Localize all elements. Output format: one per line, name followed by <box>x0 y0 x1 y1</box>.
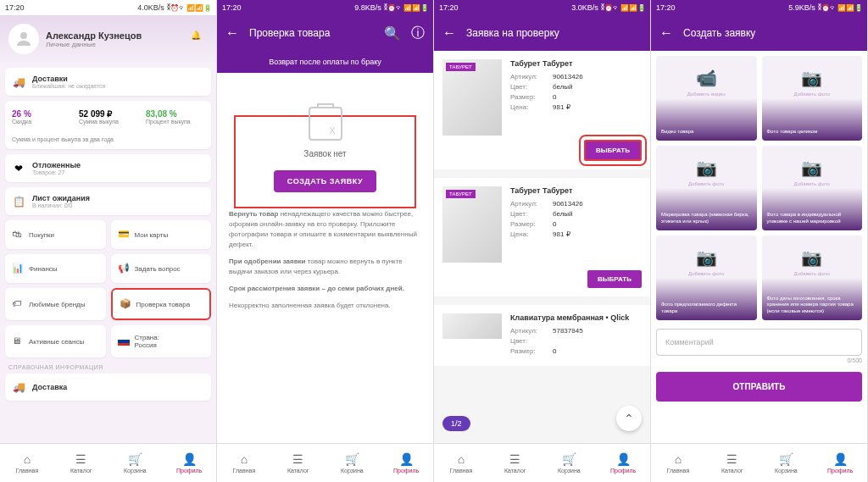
nav-catalog[interactable]: ☰Каталог <box>705 444 760 482</box>
status-time: 17:20 <box>5 3 25 12</box>
catalog-icon: ☰ <box>75 452 86 466</box>
app-bar-title: Заявка на проверку <box>466 27 642 39</box>
camera-icon: 📷 <box>801 68 822 88</box>
nav-catalog[interactable]: ☰Каталог <box>271 444 326 482</box>
back-icon[interactable]: ← <box>659 25 673 41</box>
app-bar: ← Проверка товара 🔍 ⓘ <box>217 15 433 51</box>
waitlist-card[interactable]: 📋Лист ожиданияВ наличии: 0/0 <box>5 187 211 215</box>
nav-home[interactable]: ⌂Главная <box>651 444 705 482</box>
delivery-card[interactable]: 🚚ДоставкиБлижайшая: не ожидается <box>5 68 211 96</box>
back-icon[interactable]: ← <box>225 25 239 41</box>
grid-cards[interactable]: 💳Мои карты <box>111 220 212 249</box>
nav-cart[interactable]: 🛒Корзина <box>326 444 380 482</box>
scroll-up-button[interactable]: ⌃ <box>616 406 642 431</box>
app-bar-title: Проверка товара <box>249 27 374 39</box>
bottom-nav: ⌂Главная ☰Каталог 🛒Корзина 👤Профиль <box>651 443 867 482</box>
truck-icon: 🚚 <box>12 75 25 89</box>
screen-check-product: 17:20 9.8KB/s⁑ ⏰ ᯤ 📶 📶 🔋 ← Проверка това… <box>217 0 434 482</box>
back-icon[interactable]: ← <box>442 25 456 41</box>
nav-profile[interactable]: 👤Профиль <box>162 444 216 482</box>
search-icon[interactable]: 🔍 <box>384 25 401 42</box>
upload-grid: 📹Добавить видеоВидео товара 📷Добавить фо… <box>656 56 862 320</box>
nav-home[interactable]: ⌂Главная <box>434 444 488 482</box>
product-card: ТАБУРЕТ Табурет Табурет Артикул:90613426… <box>434 178 650 296</box>
menu-grid: 🛍Покупки 💳Мои карты 📊Финансы 📢Задать воп… <box>5 220 211 357</box>
nav-cart[interactable]: 🛒Корзина <box>542 444 597 482</box>
app-bar-title: Создать заявку <box>683 27 859 39</box>
status-bar: 17:20 9.8KB/s⁑ ⏰ ᯤ 📶 📶 🔋 <box>217 0 433 15</box>
upload-photo-full[interactable]: 📷Добавить фотоФото товара целиком <box>762 56 863 141</box>
product-list[interactable]: ТАБУРЕТ Табурет Табурет Артикул:90613426… <box>434 51 650 443</box>
char-count: 0/500 <box>656 357 862 363</box>
select-button[interactable]: ВЫБРАТЬ <box>584 140 642 161</box>
product-image: ТАБУРЕТ <box>442 186 502 263</box>
product-image <box>442 313 502 339</box>
bell-icon[interactable]: 🔔 <box>191 30 208 47</box>
empty-box-icon <box>309 107 342 141</box>
product-card: ТАБУРЕТ Табурет Табурет Артикул:90613426… <box>434 51 650 169</box>
screen-create-request: 17:20 5.9KB/s⁑ ⏰ ᯤ 📶 📶 🔋 ← Создать заявк… <box>651 0 868 482</box>
grid-question[interactable]: 📢Задать вопрос <box>111 254 212 283</box>
nav-profile[interactable]: 👤Профиль <box>813 444 867 482</box>
camera-icon: 📷 <box>801 247 822 268</box>
comment-input[interactable]: Комментарий <box>656 329 862 356</box>
app-bar: ← Создать заявку <box>651 15 867 51</box>
camera-icon: 📷 <box>696 247 717 268</box>
bottom-nav: ⌂Главная ☰Каталог 🛒Корзина 👤Профиль <box>0 443 216 482</box>
pager[interactable]: 1/2 <box>442 416 470 431</box>
screen-request: 17:20 3.0KB/s⁑ ⏰ ᯤ 📶 📶 🔋 ← Заявка на про… <box>434 0 651 482</box>
status-bar: 17:20 3.0KB/s⁑ ⏰ ᯤ 📶 📶 🔋 <box>434 0 650 15</box>
nav-profile[interactable]: 👤Профиль <box>596 444 650 482</box>
upload-photo-date[interactable]: 📷Добавить фотоФото даты изготовления, ср… <box>762 235 863 320</box>
status-bar: 17:20 5.9KB/s⁑ ⏰ ᯤ 📶 📶 🔋 <box>651 0 867 15</box>
profile-header: Александр Кузнецов Личные данные 🔔 <box>0 15 216 63</box>
svg-point-0 <box>20 32 27 39</box>
bottom-nav: ⌂Главная ☰Каталог 🛒Корзина 👤Профиль <box>217 443 433 482</box>
info-icon[interactable]: ⓘ <box>411 25 425 42</box>
info-text: Вернуть товар ненадлежащего качества мож… <box>229 209 421 311</box>
nav-catalog[interactable]: ☰Каталог <box>488 444 542 482</box>
submit-button[interactable]: ОТПРАВИТЬ <box>656 372 862 402</box>
product-image: ТАБУРЕТ <box>442 59 502 136</box>
grid-finance[interactable]: 📊Финансы <box>5 254 106 283</box>
stats-card[interactable]: 26 %Скидка 52 099 ₽Сумма выкупа 83,08 %П… <box>5 101 211 149</box>
deferred-card[interactable]: ❤ОтложенныеТоваров: 27 <box>5 154 211 182</box>
upload-photo-defect[interactable]: 📷Добавить фотоФото предполагаемого дефек… <box>656 235 757 320</box>
upload-photo-package[interactable]: 📷Добавить фотоФото товара в индивидуальн… <box>762 146 863 230</box>
list-icon: 📋 <box>12 195 25 208</box>
grid-brands[interactable]: 🏷Любимые бренды <box>5 288 106 320</box>
grid-country[interactable]: Страна: Россия <box>111 325 212 357</box>
grid-purchases[interactable]: 🛍Покупки <box>5 220 106 249</box>
grid-sessions[interactable]: 🖥Активные сеансы <box>5 325 106 357</box>
camera-icon: 📷 <box>696 158 717 178</box>
nav-catalog[interactable]: ☰Каталог <box>54 444 108 482</box>
nav-home[interactable]: ⌂Главная <box>0 444 54 482</box>
app-bar: ← Заявка на проверку <box>434 15 650 51</box>
video-icon: 📹 <box>696 68 717 88</box>
camera-icon: 📷 <box>801 158 822 178</box>
nav-profile[interactable]: 👤Профиль <box>379 444 433 482</box>
profile-icon: 👤 <box>182 452 197 466</box>
grid-check-product[interactable]: 📦Проверка товара <box>111 288 212 320</box>
tab-return[interactable]: Возврат после оплаты по браку <box>217 51 433 73</box>
heart-icon: ❤ <box>12 162 25 175</box>
nav-home[interactable]: ⌂Главная <box>217 444 271 482</box>
user-name: Александр Кузнецов <box>46 30 184 41</box>
ref-section-label: СПРАВОЧНАЯ ИНФОРМАЦИЯ <box>5 357 211 374</box>
status-bar: 17:20 4.0KB/s⁑ ⏰ ᯤ 📶 📶 🔋 <box>0 0 216 15</box>
upload-video[interactable]: 📹Добавить видеоВидео товара <box>656 56 757 141</box>
cart-icon: 🛒 <box>128 452 142 466</box>
home-icon: ⌂ <box>24 452 31 466</box>
select-button[interactable]: ВЫБРАТЬ <box>587 270 642 288</box>
nav-cart[interactable]: 🛒Корзина <box>760 444 814 482</box>
upload-photo-label[interactable]: 📷Добавить фотоМаркировка товара (навесна… <box>656 146 757 230</box>
avatar[interactable] <box>8 24 39 54</box>
flag-russia-icon <box>118 337 130 346</box>
nav-cart[interactable]: 🛒Корзина <box>108 444 163 482</box>
screen-profile: 17:20 4.0KB/s⁑ ⏰ ᯤ 📶 📶 🔋 Александр Кузне… <box>0 0 217 482</box>
product-card: Клавиатура мембранная • Qlick Артикул:57… <box>434 305 650 366</box>
bottom-nav: ⌂Главная ☰Каталог 🛒Корзина 👤Профиль <box>434 443 650 482</box>
user-sub[interactable]: Личные данные <box>46 41 184 48</box>
truck-icon: 🚚 <box>12 380 25 394</box>
ref-delivery[interactable]: 🚚Доставка <box>5 374 211 401</box>
